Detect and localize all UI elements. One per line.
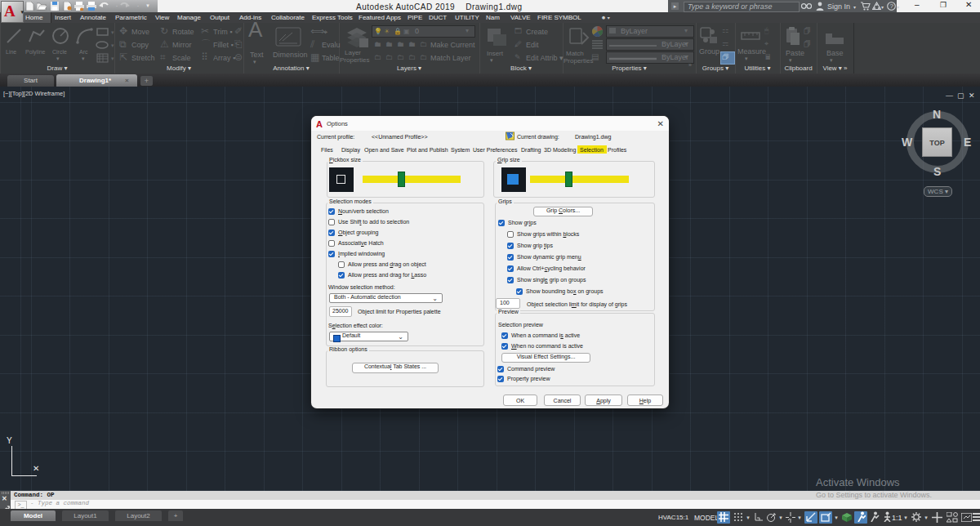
svg-text:?: ? — [889, 2, 893, 10]
